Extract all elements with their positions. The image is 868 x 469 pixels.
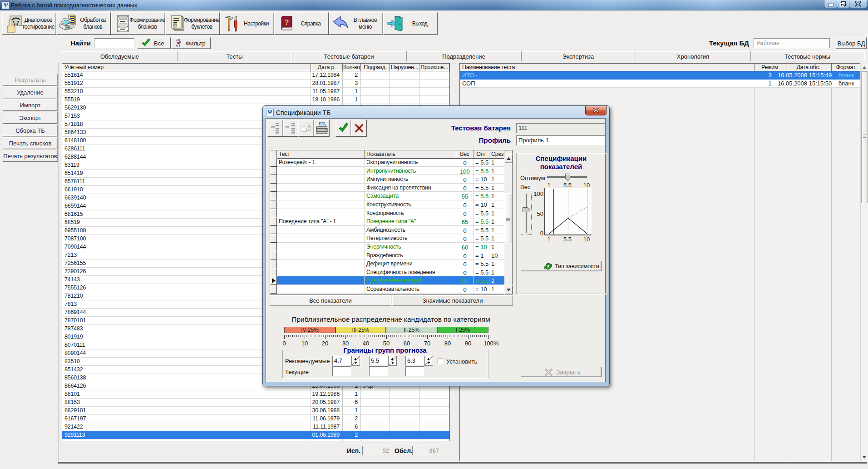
svg-text:?: ? <box>285 19 289 26</box>
